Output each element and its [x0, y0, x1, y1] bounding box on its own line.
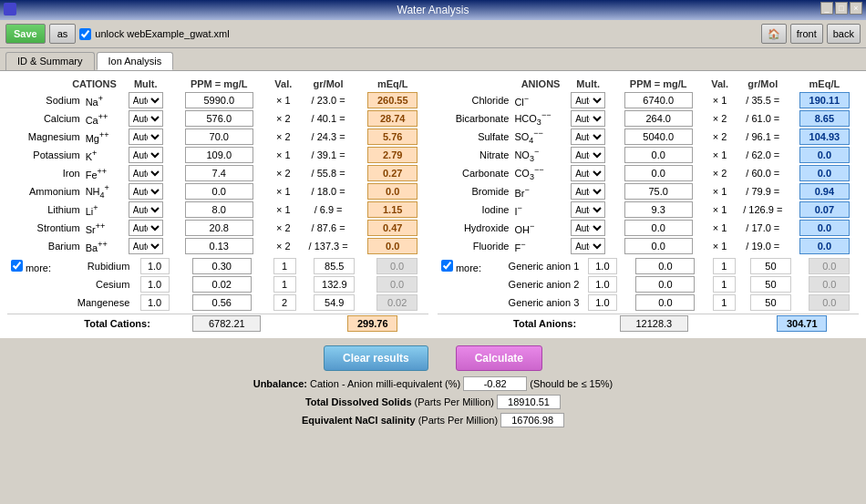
meq-input[interactable] — [799, 238, 850, 254]
more-ppm[interactable] — [635, 294, 695, 311]
anions-total-ppm[interactable] — [620, 315, 688, 332]
ppm-input[interactable] — [185, 183, 253, 200]
more-ppm[interactable] — [192, 276, 252, 293]
meq-input[interactable] — [799, 165, 850, 181]
meq-input[interactable] — [799, 147, 850, 163]
front-button[interactable]: front — [790, 24, 823, 44]
ppm-input[interactable] — [185, 110, 253, 127]
more-mult[interactable] — [588, 276, 617, 293]
ppm-input[interactable] — [624, 147, 693, 163]
more-val[interactable] — [273, 258, 296, 274]
mult-select[interactable]: Auto — [571, 201, 605, 218]
anions-total-meq[interactable] — [777, 315, 827, 332]
more-val[interactable] — [273, 294, 296, 311]
mult-select[interactable]: Auto — [129, 220, 163, 236]
more-val[interactable] — [273, 276, 296, 293]
window-controls[interactable]: _ □ × — [820, 2, 862, 15]
ppm-input[interactable] — [185, 147, 253, 163]
meq-input[interactable] — [799, 92, 850, 108]
more-mult[interactable] — [588, 294, 617, 311]
mult-select[interactable]: Auto — [129, 238, 163, 254]
save-button[interactable]: Save — [5, 24, 46, 44]
more-grmol[interactable] — [750, 294, 791, 311]
more-meq[interactable] — [376, 258, 418, 274]
tab-ion-analysis[interactable]: Ion Analysis — [97, 52, 174, 70]
meq-input[interactable] — [367, 220, 418, 236]
mult-select[interactable]: Auto — [129, 165, 163, 181]
more-ppm[interactable] — [635, 276, 695, 293]
mult-select[interactable]: Auto — [571, 129, 605, 145]
more-grmol[interactable] — [314, 294, 355, 311]
meq-input[interactable] — [799, 220, 850, 236]
more-meq[interactable] — [809, 258, 850, 274]
clear-results-button[interactable]: Clear results — [324, 345, 428, 371]
mult-select[interactable]: Auto — [571, 183, 605, 200]
ppm-input[interactable] — [185, 201, 253, 218]
minimize-button[interactable]: _ — [820, 2, 833, 15]
mult-select[interactable]: Auto — [571, 147, 605, 163]
more-checkbox[interactable] — [441, 260, 453, 272]
ppm-input[interactable] — [185, 165, 253, 181]
more-ppm[interactable] — [192, 294, 252, 311]
maximize-button[interactable]: □ — [835, 2, 848, 15]
ppm-input[interactable] — [624, 110, 693, 127]
meq-input[interactable] — [799, 201, 850, 218]
ppm-input[interactable] — [185, 92, 253, 108]
more-meq[interactable] — [376, 294, 418, 311]
meq-input[interactable] — [367, 183, 418, 200]
more-mult[interactable] — [588, 258, 617, 274]
more-meq[interactable] — [376, 276, 418, 293]
home-button[interactable]: 🏠 — [761, 24, 787, 44]
mult-select[interactable]: Auto — [571, 238, 605, 254]
ppm-input[interactable] — [185, 220, 253, 236]
meq-input[interactable] — [799, 183, 850, 200]
meq-input[interactable] — [367, 92, 418, 108]
meq-input[interactable] — [367, 238, 418, 254]
meq-input[interactable] — [367, 201, 418, 218]
more-ppm[interactable] — [635, 258, 695, 274]
cations-total-ppm[interactable] — [192, 315, 261, 332]
more-val[interactable] — [713, 276, 736, 293]
meq-input[interactable] — [799, 129, 850, 145]
mult-select[interactable]: Auto — [129, 129, 163, 145]
more-val[interactable] — [713, 258, 736, 274]
more-mult[interactable] — [140, 294, 170, 311]
more-checkbox[interactable] — [11, 260, 23, 272]
back-button[interactable]: back — [827, 24, 861, 44]
more-meq[interactable] — [809, 276, 850, 293]
close-button[interactable]: × — [850, 2, 862, 15]
ppm-input[interactable] — [624, 165, 693, 181]
meq-input[interactable] — [367, 147, 418, 163]
more-grmol[interactable] — [314, 276, 355, 293]
ppm-input[interactable] — [185, 129, 253, 145]
more-grmol[interactable] — [750, 276, 791, 293]
mult-select[interactable]: Auto — [571, 165, 605, 181]
ppm-input[interactable] — [624, 201, 693, 218]
tab-id-summary[interactable]: ID & Summary — [5, 52, 95, 70]
more-mult[interactable] — [140, 276, 170, 293]
meq-input[interactable] — [367, 110, 418, 127]
more-val[interactable] — [713, 294, 736, 311]
meq-input[interactable] — [799, 110, 850, 127]
ppm-input[interactable] — [624, 220, 693, 236]
mult-select[interactable]: Auto — [129, 92, 163, 108]
as-button[interactable]: as — [49, 24, 77, 44]
mult-select[interactable]: Auto — [571, 92, 605, 108]
mult-select[interactable]: Auto — [129, 147, 163, 163]
more-meq[interactable] — [809, 294, 850, 311]
mult-select[interactable]: Auto — [129, 183, 163, 200]
more-grmol[interactable] — [314, 258, 355, 274]
ppm-input[interactable] — [624, 92, 693, 108]
mult-select[interactable]: Auto — [129, 110, 163, 127]
more-grmol[interactable] — [750, 258, 791, 274]
mult-select[interactable]: Auto — [571, 220, 605, 236]
unlock-checkbox[interactable] — [79, 28, 91, 40]
calculate-button[interactable]: Calculate — [456, 345, 542, 371]
mult-select[interactable]: Auto — [571, 110, 605, 127]
meq-input[interactable] — [367, 129, 418, 145]
more-ppm[interactable] — [192, 258, 252, 274]
more-mult[interactable] — [140, 258, 170, 274]
ppm-input[interactable] — [624, 238, 693, 254]
cations-total-meq[interactable] — [347, 315, 397, 332]
ppm-input[interactable] — [624, 183, 693, 200]
